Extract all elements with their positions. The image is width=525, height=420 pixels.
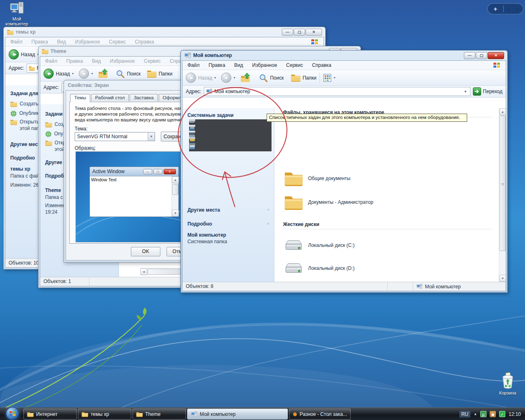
scrollbar-thumb[interactable]	[148, 269, 185, 275]
collapse-icon[interactable]: ▲	[267, 208, 270, 211]
menu-view[interactable]: Вид	[57, 39, 66, 45]
folders-icon[interactable]	[147, 69, 157, 78]
tray-icon-3[interactable]: ✓	[499, 411, 505, 417]
address-dropdown-icon[interactable]: ▼	[462, 90, 468, 94]
taskbar-item-internet[interactable]: Интернет	[23, 409, 77, 420]
taskbar-item-theme[interactable]: Theme	[132, 409, 186, 420]
taskbar-item-firefox[interactable]: Разное - Стол зака...	[289, 409, 351, 420]
titlebar[interactable]: Мой компьютер — ▢ ✕	[182, 50, 506, 60]
task-publish-web[interactable]: Опублик	[10, 110, 39, 117]
desktop-icon-my-computer[interactable]: Мой компьютер	[1, 1, 33, 26]
other-places-header[interactable]: Другие места▲	[187, 207, 274, 213]
menu-favorites[interactable]: Избранное	[110, 58, 135, 64]
folders-icon[interactable]	[291, 73, 301, 82]
up-folder-button[interactable]	[98, 68, 109, 79]
menu-tools[interactable]: Сервис	[144, 58, 161, 64]
list-item-disk-c[interactable]: Локальный диск (C:)	[284, 237, 355, 253]
back-dropdown-icon[interactable]: ▾	[72, 72, 73, 75]
maximize-button[interactable]: ▢	[476, 52, 487, 59]
show-hidden-icons-button[interactable]: ▲	[474, 412, 477, 416]
ok-button[interactable]: OK	[131, 247, 160, 256]
go-button[interactable]: Переход	[473, 87, 502, 96]
scrollbar-thumb[interactable]	[500, 116, 506, 251]
back-label[interactable]: Назад	[56, 71, 70, 77]
menu-file[interactable]: Файл	[187, 62, 200, 68]
menu-help[interactable]: Справка	[312, 62, 331, 68]
back-label[interactable]: Назад	[21, 52, 35, 57]
tray-icon-2[interactable]: ▣	[490, 411, 496, 417]
clock[interactable]: 12:10	[509, 411, 521, 417]
task-publish-web[interactable]: Опу	[45, 131, 63, 137]
back-button[interactable]	[186, 73, 196, 83]
search-icon[interactable]	[259, 73, 268, 82]
details-header[interactable]: Подробно	[10, 155, 35, 161]
menu-edit[interactable]: Правка	[32, 39, 48, 45]
window-my-computer[interactable]: Мой компьютер — ▢ ✕ Файл Правка Вид Избр…	[180, 50, 508, 293]
scroll-left-button[interactable]: ◄	[140, 268, 147, 275]
address-input[interactable]: Мой компьютер ▼	[204, 87, 471, 96]
menu-view[interactable]: Вид	[92, 58, 101, 64]
collapse-icon[interactable]: ▲	[267, 221, 270, 225]
list-item-disk-d[interactable]: Локальный диск (D:)	[284, 260, 355, 276]
search-label[interactable]: Поиск	[127, 71, 140, 77]
menu-edit[interactable]: Правка	[209, 62, 226, 68]
task-create-folder[interactable]: Создать	[10, 101, 39, 107]
task-share-folder[interactable]: Откр	[45, 140, 66, 146]
desktop-icon-recycle-bin[interactable]: Корзина	[492, 372, 524, 395]
scroll-up-button[interactable]: ▲	[499, 108, 506, 115]
up-folder-button[interactable]	[240, 73, 251, 83]
details-header[interactable]: Подробно▲	[187, 221, 274, 227]
forward-dropdown-icon[interactable]: ▾	[91, 72, 93, 75]
task-share-folder[interactable]: Открыть	[10, 119, 39, 125]
scroll-down-button[interactable]: ▼	[499, 275, 506, 282]
forward-button[interactable]	[221, 73, 231, 83]
menu-tools[interactable]: Сервис	[109, 39, 126, 45]
taskbar-item-my-computer[interactable]: Мой компьютер	[187, 409, 288, 420]
search-icon[interactable]	[116, 69, 125, 78]
back-button[interactable]	[9, 49, 19, 59]
menu-file[interactable]: Файл	[10, 39, 23, 45]
folders-label[interactable]: Папки	[159, 71, 173, 77]
forward-dropdown-icon[interactable]: ▾	[233, 76, 235, 80]
menu-view[interactable]: Вид	[234, 62, 243, 68]
other-places-header[interactable]: Другие мест	[10, 142, 40, 147]
vertical-scrollbar[interactable]: ▲ ▼	[499, 108, 506, 282]
tab-themes[interactable]: Темы	[70, 94, 90, 102]
menu-help[interactable]: Справка	[135, 39, 154, 45]
task-create-folder[interactable]: Созд	[45, 121, 66, 128]
menu-file[interactable]: Файл	[45, 58, 57, 64]
menu-favorites[interactable]: Избранное	[252, 62, 277, 68]
start-button[interactable]	[6, 407, 19, 420]
zoom-plus-button[interactable]: +	[488, 5, 503, 12]
menu-edit[interactable]: Правка	[66, 58, 83, 64]
menu-tools[interactable]: Сервис	[286, 62, 303, 68]
views-dropdown-icon[interactable]: ▾	[333, 76, 335, 80]
tab-desktop[interactable]: Рабочий стол	[91, 94, 129, 101]
maximize-button[interactable]: ▢	[294, 29, 305, 36]
gallery-next-icon[interactable]: ►	[516, 7, 520, 11]
minimize-button[interactable]: —	[464, 52, 475, 59]
tab-screensaver[interactable]: Заставка	[130, 94, 158, 101]
minimize-button[interactable]: —	[282, 29, 293, 36]
back-dropdown-icon[interactable]: ▾	[214, 76, 216, 80]
utorrent-tray-icon[interactable]: μ	[480, 411, 486, 417]
close-button[interactable]: ✕	[306, 29, 322, 36]
theme-select[interactable]: SevenVG RTM Normal ▼	[75, 132, 155, 141]
folders-label[interactable]: Папки	[303, 75, 317, 81]
list-item-shared-documents[interactable]: Общие документы	[284, 170, 350, 187]
back-button[interactable]	[43, 68, 54, 79]
list-item-admin-documents[interactable]: Документы - Администратор	[284, 194, 373, 211]
system-tasks-header[interactable]: Системные задачи▲	[187, 112, 274, 118]
menu-favorites[interactable]: Избранное	[75, 39, 100, 45]
gallery-prev-icon[interactable]: ◄	[507, 7, 510, 11]
views-icon[interactable]	[323, 74, 331, 82]
back-label[interactable]: Назад	[198, 75, 212, 81]
taskbar-item-temy-xp[interactable]: темы xp	[78, 409, 131, 420]
close-button[interactable]: ✕	[488, 52, 504, 59]
details-kind: Системная папка	[187, 239, 227, 244]
forward-button[interactable]	[79, 68, 89, 79]
search-label[interactable]: Поиск	[270, 75, 283, 81]
titlebar[interactable]: темы xp — ▢ ✕	[5, 27, 324, 37]
combo-dropdown-icon[interactable]: ▼	[148, 132, 155, 141]
language-indicator[interactable]: RU	[459, 411, 470, 418]
